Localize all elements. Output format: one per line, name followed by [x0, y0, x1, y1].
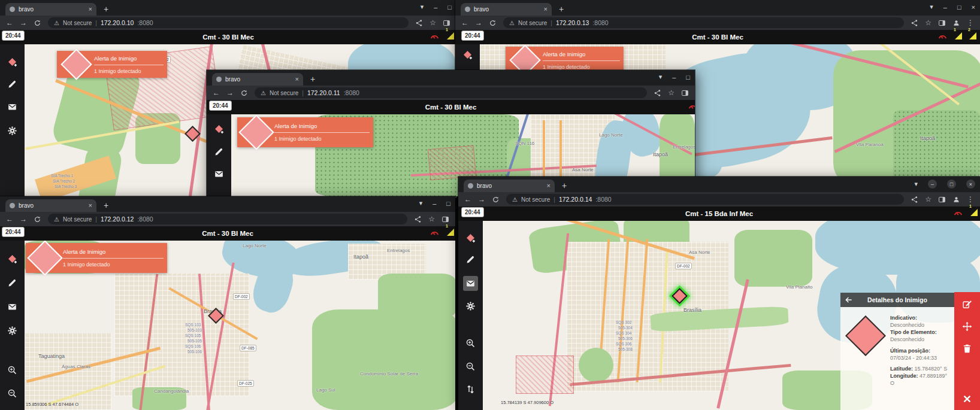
bookmark-star-icon[interactable]: ☆	[428, 215, 435, 223]
maximize-button[interactable]: □	[686, 74, 690, 81]
minimize-button[interactable]: –	[943, 4, 947, 11]
reload-icon[interactable]	[34, 215, 41, 223]
side-panel-icon[interactable]	[443, 19, 450, 27]
settings-button[interactable]	[5, 123, 20, 138]
reload-icon[interactable]	[34, 19, 41, 27]
profile-icon[interactable]	[952, 19, 960, 27]
alert-triangle-badge[interactable]: 1	[954, 32, 962, 40]
tab-close-icon[interactable]: ×	[295, 76, 299, 83]
zoom-out-button[interactable]	[463, 359, 478, 374]
share-icon[interactable]	[911, 196, 918, 204]
tab-bravo[interactable]: bravo ×	[461, 3, 552, 16]
enemy-alert[interactable]: Alerta de Inimigo 1 Inimigo detectado	[57, 51, 167, 78]
forward-button[interactable]: →	[20, 215, 27, 223]
tab-search-chevron-icon[interactable]: ▾	[659, 73, 663, 81]
messages-button[interactable]	[211, 166, 226, 181]
reload-icon[interactable]	[489, 19, 497, 27]
back-button[interactable]: ←	[464, 196, 471, 203]
profile-icon[interactable]	[952, 196, 960, 204]
alert-triangle-badge[interactable]: 1	[970, 208, 978, 216]
maximize-button[interactable]: □	[947, 180, 956, 189]
new-tab-button[interactable]: +	[104, 5, 108, 13]
share-icon[interactable]	[911, 19, 918, 27]
bookmark-star-icon[interactable]: ☆	[925, 19, 931, 27]
tab-search-chevron-icon[interactable]: ▾	[914, 180, 918, 188]
settings-button[interactable]	[463, 299, 478, 314]
back-button[interactable]: ←	[461, 19, 468, 26]
new-tab-button[interactable]: +	[310, 75, 315, 83]
close-panel-button[interactable]	[962, 394, 972, 404]
forward-button[interactable]: →	[20, 19, 27, 26]
bookmark-star-icon[interactable]: ☆	[668, 89, 674, 97]
not-secure-warning-icon[interactable]: ⚠	[54, 216, 59, 223]
new-tab-button[interactable]: +	[104, 201, 108, 209]
bookmark-star-icon[interactable]: ☆	[429, 19, 436, 27]
alert-triangle-badge[interactable]: 1	[446, 228, 454, 236]
tab-bravo[interactable]: bravo ×	[464, 180, 555, 192]
draw-button[interactable]	[463, 252, 478, 267]
tab-close-icon[interactable]: ×	[544, 6, 548, 13]
tab-bravo[interactable]: bravo ×	[5, 3, 96, 16]
messages-button[interactable]	[5, 299, 20, 314]
reload-icon[interactable]	[240, 89, 248, 97]
minimize-button[interactable]: –	[432, 200, 436, 207]
add-enemy-button[interactable]	[460, 47, 475, 62]
new-tab-button[interactable]: +	[562, 181, 567, 190]
tab-bravo[interactable]: bravo ×	[212, 73, 303, 86]
address-bar[interactable]: ⚠ Not secure | 172.20.0.14:8080	[506, 194, 904, 205]
back-button[interactable]: ←	[6, 19, 13, 26]
bookmark-star-icon[interactable]: ☆	[925, 195, 931, 204]
tab-search-chevron-icon[interactable]: ▾	[421, 3, 424, 11]
back-arrow-icon[interactable]	[845, 296, 853, 304]
share-icon[interactable]	[654, 89, 661, 97]
edit-enemy-button[interactable]	[962, 299, 972, 309]
address-bar[interactable]: ⚠ Not secure | 172.20.0.11:8080	[255, 87, 647, 98]
address-bar[interactable]: ⚠ Not secure | 172.20.0.12:8080	[48, 214, 407, 224]
side-panel-icon[interactable]	[938, 196, 946, 204]
zoom-in-button[interactable]	[5, 363, 20, 378]
compare-arrows-button[interactable]	[463, 382, 478, 397]
alert-triangle-badge[interactable]: 1	[446, 32, 454, 40]
forward-button[interactable]: →	[475, 19, 482, 26]
add-enemy-button[interactable]	[5, 251, 20, 266]
not-secure-warning-icon[interactable]: ⚠	[509, 20, 515, 26]
back-button[interactable]: ←	[6, 215, 13, 223]
share-icon[interactable]	[415, 19, 423, 27]
not-secure-warning-icon[interactable]: ⚠	[261, 90, 266, 96]
share-icon[interactable]	[414, 215, 422, 223]
maximize-button[interactable]: □	[957, 4, 961, 11]
messages-button[interactable]	[5, 99, 20, 114]
delete-enemy-button[interactable]	[962, 344, 972, 354]
enemy-alert[interactable]: Alerta de Inimigo 1 Inimigo detectado	[237, 117, 373, 147]
not-secure-warning-icon[interactable]: ⚠	[54, 20, 59, 26]
tab-bravo[interactable]: bravo ×	[5, 199, 96, 212]
add-enemy-button[interactable]	[211, 122, 226, 136]
close-button[interactable]: ×	[966, 180, 975, 189]
back-button[interactable]: ←	[213, 89, 220, 96]
menu-kebab-icon[interactable]: ⋮	[967, 19, 974, 26]
tab-close-icon[interactable]: ×	[89, 202, 92, 209]
side-panel-icon[interactable]	[938, 19, 946, 27]
zoom-in-button[interactable]	[463, 336, 478, 351]
tab-close-icon[interactable]: ×	[547, 183, 551, 189]
address-bar[interactable]: ⚠ Not secure | 172.20.0.10:8080	[48, 17, 409, 28]
menu-kebab-icon[interactable]: ⋮	[967, 196, 974, 203]
side-panel-icon[interactable]	[681, 89, 689, 97]
side-panel-icon[interactable]	[441, 215, 449, 223]
forward-button[interactable]: →	[226, 89, 234, 96]
add-enemy-button[interactable]	[463, 230, 478, 245]
not-secure-warning-icon[interactable]: ⚠	[512, 196, 518, 203]
zoom-out-button[interactable]	[5, 386, 20, 401]
maximize-button[interactable]: □	[447, 4, 452, 11]
new-tab-button[interactable]: +	[559, 5, 564, 13]
draw-button[interactable]	[5, 275, 20, 290]
alert-triangle-badge[interactable]: 2	[969, 32, 976, 40]
tab-close-icon[interactable]: ×	[89, 6, 92, 13]
settings-button[interactable]	[5, 323, 20, 338]
move-enemy-button[interactable]	[962, 321, 972, 332]
map-canvas[interactable]: Lago Norte Itapoã Entrelagos Taguatinga …	[25, 241, 455, 410]
messages-button[interactable]	[463, 276, 478, 291]
minimize-button[interactable]: –	[434, 4, 437, 11]
minimize-button[interactable]: –	[672, 74, 676, 81]
minimize-button[interactable]: –	[928, 180, 937, 189]
